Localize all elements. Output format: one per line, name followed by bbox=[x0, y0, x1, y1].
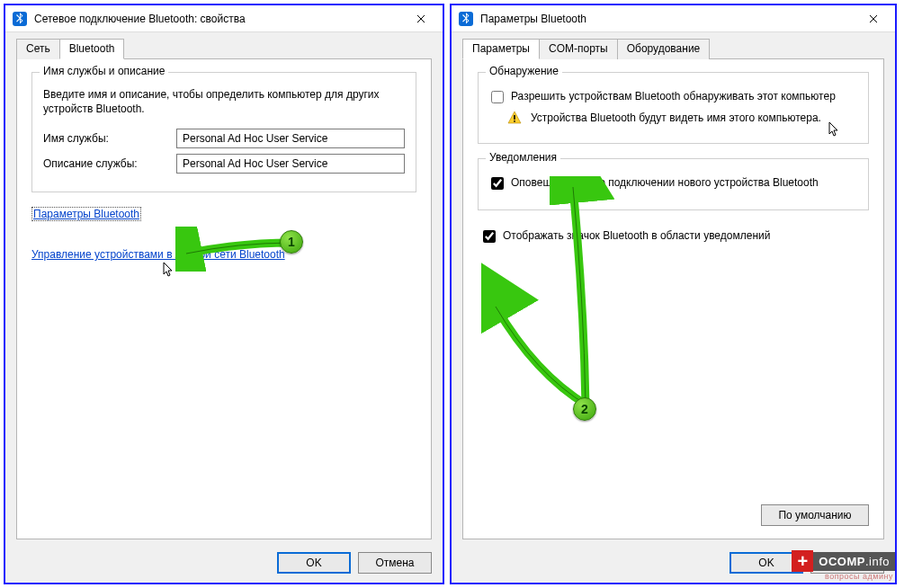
bluetooth-icon bbox=[13, 12, 27, 26]
group-legend: Обнаружение bbox=[486, 65, 562, 77]
watermark: + OCOMP.info вопросы админу bbox=[792, 550, 895, 572]
tab-strip: Параметры COM-порты Оборудование bbox=[462, 38, 884, 58]
service-desc-input[interactable] bbox=[176, 154, 405, 174]
watermark-brand: OCOMP.info вопросы админу bbox=[813, 552, 895, 571]
tab-panel: Обнаружение Разрешить устройствам Blueto… bbox=[462, 58, 884, 539]
link-manage-devices[interactable]: Управление устройствами в личной сети Bl… bbox=[31, 248, 285, 261]
service-name-label: Имя службы: bbox=[43, 132, 176, 145]
bluetooth-settings-dialog: Параметры Bluetooth Параметры COM-порты … bbox=[450, 4, 897, 584]
titlebar[interactable]: Сетевое подключение Bluetooth: свойства bbox=[5, 5, 443, 32]
client-area: Сеть Bluetooth Имя службы и описание Вве… bbox=[5, 32, 443, 583]
warning-text: Устройства Bluetooth будут видеть имя эт… bbox=[531, 111, 821, 125]
group-legend: Имя службы и описание bbox=[40, 65, 168, 77]
close-icon bbox=[869, 14, 878, 23]
checkbox-tray-label: Отображать значок Bluetooth в области ув… bbox=[503, 228, 869, 243]
cursor-icon bbox=[828, 121, 841, 139]
tab-com-ports[interactable]: COM-порты bbox=[539, 39, 618, 59]
bluetooth-properties-dialog: Сетевое подключение Bluetooth: свойства … bbox=[4, 4, 444, 584]
instruction-text: Введите имя и описание, чтобы определить… bbox=[43, 87, 405, 116]
discovery-group: Обнаружение Разрешить устройствам Blueto… bbox=[478, 72, 869, 144]
svg-rect-0 bbox=[514, 115, 515, 120]
watermark-subtitle: вопросы админу bbox=[825, 572, 893, 581]
tab-hardware[interactable]: Оборудование bbox=[617, 39, 711, 59]
cursor-icon bbox=[163, 262, 175, 280]
tab-strip: Сеть Bluetooth bbox=[16, 38, 432, 58]
client-area: Параметры COM-порты Оборудование Обнаруж… bbox=[452, 32, 895, 583]
close-button[interactable] bbox=[403, 7, 439, 31]
button-bar: OK Отмена bbox=[16, 545, 432, 574]
service-name-input[interactable] bbox=[176, 129, 405, 148]
notifications-group: Уведомления Оповещать меня о подключении… bbox=[478, 158, 869, 210]
window-title: Сетевое подключение Bluetooth: свойства bbox=[34, 13, 403, 25]
tab-bluetooth[interactable]: Bluetooth bbox=[59, 39, 125, 59]
checkbox-notify-label: Оповещать меня о подключении нового устр… bbox=[511, 175, 857, 190]
plus-icon: + bbox=[792, 550, 813, 572]
link-bluetooth-params[interactable]: Параметры Bluetooth bbox=[31, 207, 141, 221]
close-icon bbox=[416, 14, 425, 23]
defaults-button[interactable]: По умолчанию bbox=[761, 504, 869, 526]
checkbox-show-tray-icon[interactable] bbox=[483, 230, 496, 243]
ok-button[interactable]: OK bbox=[277, 552, 351, 574]
svg-rect-1 bbox=[514, 120, 515, 122]
service-desc-label: Описание службы: bbox=[43, 157, 176, 170]
checkbox-allow-discovery-label: Разрешить устройствам Bluetooth обнаружи… bbox=[511, 89, 857, 103]
cancel-button[interactable]: Отмена bbox=[358, 552, 432, 574]
service-name-group: Имя службы и описание Введите имя и опис… bbox=[31, 72, 416, 192]
group-legend: Уведомления bbox=[486, 151, 560, 164]
warning-icon bbox=[507, 111, 522, 125]
tab-network[interactable]: Сеть bbox=[16, 39, 60, 59]
close-button[interactable] bbox=[855, 7, 891, 31]
checkbox-notify-new-device[interactable] bbox=[491, 177, 504, 190]
tab-params[interactable]: Параметры bbox=[462, 39, 540, 59]
window-title: Параметры Bluetooth bbox=[480, 13, 855, 25]
bluetooth-icon bbox=[459, 12, 473, 26]
annotation-badge-2: 2 bbox=[573, 397, 596, 421]
annotation-badge-1: 1 bbox=[280, 230, 303, 254]
checkbox-allow-discovery[interactable] bbox=[491, 91, 504, 103]
tab-panel: Имя службы и описание Введите имя и опис… bbox=[16, 58, 432, 539]
titlebar[interactable]: Параметры Bluetooth bbox=[452, 5, 895, 32]
